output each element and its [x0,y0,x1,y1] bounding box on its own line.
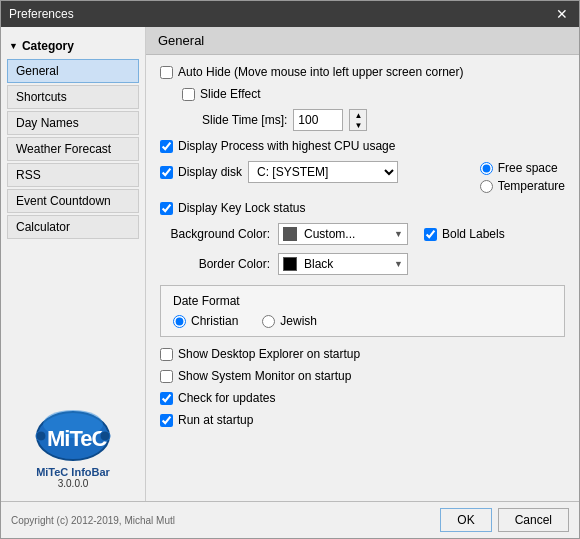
display-disk-section: Display disk C: [SYSTEM] D: [DATA] Free … [160,161,565,193]
free-space-row: Free space [480,161,565,175]
background-color-label: Background Color: [160,227,270,241]
slide-time-label: Slide Time [ms]: [202,113,287,127]
slide-effect-row: Slide Effect [182,87,565,101]
disk-select[interactable]: C: [SYSTEM] D: [DATA] [248,161,398,183]
date-format-title: Date Format [173,294,552,308]
sidebar-item-rss[interactable]: RSS [7,163,139,187]
temperature-label: Temperature [498,179,565,193]
sidebar: Category General Shortcuts Day Names Wea… [1,27,146,501]
run-at-startup-row: Run at startup [160,413,565,427]
logo-version: 3.0.0.0 [58,478,89,489]
slide-effect-label[interactable]: Slide Effect [182,87,260,101]
display-disk-row: Display disk C: [SYSTEM] D: [DATA] [160,161,470,183]
preferences-window: Preferences ✕ Category General Shortcuts… [0,0,580,539]
show-desktop-explorer-checkbox[interactable] [160,348,173,361]
display-disk-label[interactable]: Display disk [160,165,242,179]
bold-labels-section: Bold Labels [424,227,505,241]
svg-text:MiTeC: MiTeC [47,426,107,451]
spin-down-button[interactable]: ▼ [350,120,366,130]
display-key-lock-label[interactable]: Display Key Lock status [160,201,305,215]
show-system-monitor-row: Show System Monitor on startup [160,369,565,383]
border-color-dropdown-arrow: ▼ [394,259,403,269]
display-disk-checkbox[interactable] [160,166,173,179]
sidebar-item-shortcuts[interactable]: Shortcuts [7,85,139,109]
title-bar: Preferences ✕ [1,1,579,27]
show-desktop-explorer-row: Show Desktop Explorer on startup [160,347,565,361]
window-title: Preferences [9,7,74,21]
check-updates-row: Check for updates [160,391,565,405]
sidebar-item-weather-forecast[interactable]: Weather Forecast [7,137,139,161]
date-format-group: Date Format Christian Jewish [160,285,565,337]
christian-row: Christian [173,314,238,328]
copyright-text: Copyright (c) 2012-2019, Michal Mutl [11,515,434,526]
panel-body: Auto Hide (Move mouse into left upper sc… [146,55,579,501]
logo-title: MiTeC InfoBar [36,466,110,478]
christian-label: Christian [191,314,238,328]
auto-hide-label[interactable]: Auto Hide (Move mouse into left upper sc… [160,65,463,79]
category-header: Category [7,35,139,59]
sidebar-item-general[interactable]: General [7,59,139,83]
temperature-row: Temperature [480,179,565,193]
border-color-box [283,257,297,271]
bold-labels-checkbox[interactable] [424,228,437,241]
background-color-section: Background Color: Custom... ▼ Bold Label… [160,223,565,245]
panel-header: General [146,27,579,55]
app-logo: MiTeC [33,404,113,464]
display-process-checkbox[interactable] [160,140,173,153]
jewish-radio[interactable] [262,315,275,328]
background-color-value: Custom... [304,227,391,241]
date-format-options: Christian Jewish [173,314,552,328]
show-system-monitor-checkbox[interactable] [160,370,173,383]
border-color-label: Border Color: [160,257,270,271]
show-desktop-explorer-label[interactable]: Show Desktop Explorer on startup [160,347,360,361]
christian-radio[interactable] [173,315,186,328]
auto-hide-checkbox[interactable] [160,66,173,79]
sidebar-item-event-countdown[interactable]: Event Countdown [7,189,139,213]
background-color-select[interactable]: Custom... ▼ [278,223,408,245]
sidebar-item-calculator[interactable]: Calculator [7,215,139,239]
close-button[interactable]: ✕ [553,5,571,23]
check-updates-label[interactable]: Check for updates [160,391,275,405]
display-disk-right: Free space Temperature [480,161,565,193]
background-color-left: Background Color: Custom... ▼ [160,223,408,245]
background-color-box [283,227,297,241]
display-process-row: Display Process with highest CPU usage [160,139,565,153]
logo-area: MiTeC MiTeC InfoBar 3.0.0.0 [7,396,139,493]
display-key-lock-row: Display Key Lock status [160,201,565,215]
display-process-label[interactable]: Display Process with highest CPU usage [160,139,395,153]
close-icon: ✕ [556,6,568,22]
cancel-button[interactable]: Cancel [498,508,569,532]
show-system-monitor-label[interactable]: Show System Monitor on startup [160,369,351,383]
jewish-label: Jewish [280,314,317,328]
sidebar-item-day-names[interactable]: Day Names [7,111,139,135]
ok-button[interactable]: OK [440,508,491,532]
svg-point-3 [36,431,46,441]
border-color-row: Border Color: Black ▼ [160,253,565,275]
slide-effect-checkbox[interactable] [182,88,195,101]
border-color-value: Black [304,257,391,271]
jewish-row: Jewish [262,314,317,328]
check-updates-checkbox[interactable] [160,392,173,405]
free-space-label: Free space [498,161,558,175]
bottom-bar: Copyright (c) 2012-2019, Michal Mutl OK … [1,501,579,538]
free-space-radio[interactable] [480,162,493,175]
svg-point-4 [100,431,110,441]
spin-arrows: ▲ ▼ [349,109,367,131]
background-color-dropdown-arrow: ▼ [394,229,403,239]
category-label: Category [22,39,74,53]
slide-time-row: Slide Time [ms]: ▲ ▼ [202,109,565,131]
display-disk-left: Display disk C: [SYSTEM] D: [DATA] [160,161,470,191]
spin-up-button[interactable]: ▲ [350,110,366,120]
run-at-startup-label[interactable]: Run at startup [160,413,253,427]
auto-hide-row: Auto Hide (Move mouse into left upper sc… [160,65,565,79]
main-panel: General Auto Hide (Move mouse into left … [146,27,579,501]
bold-labels-label[interactable]: Bold Labels [424,227,505,241]
temperature-radio[interactable] [480,180,493,193]
run-at-startup-checkbox[interactable] [160,414,173,427]
content-area: Category General Shortcuts Day Names Wea… [1,27,579,501]
slide-time-input[interactable] [293,109,343,131]
border-color-select[interactable]: Black ▼ [278,253,408,275]
display-key-lock-checkbox[interactable] [160,202,173,215]
